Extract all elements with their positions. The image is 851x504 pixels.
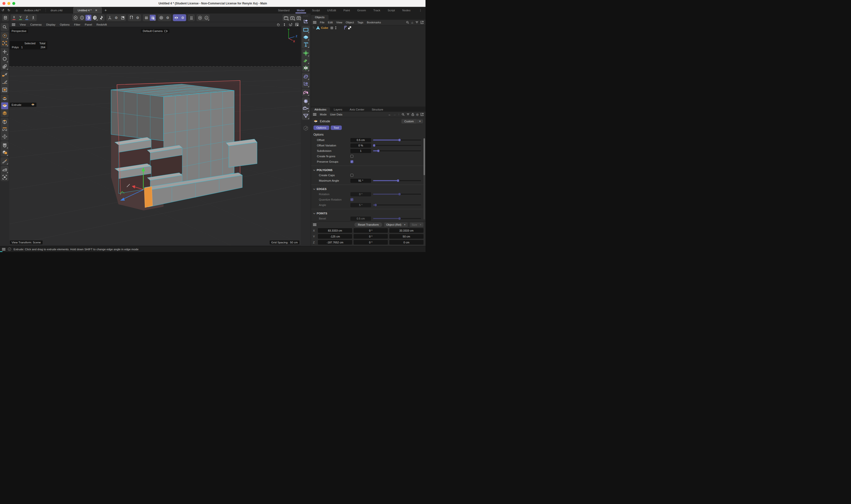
workplane-settings-gear-icon[interactable]: ⚙	[113, 15, 119, 21]
move-tool-icon[interactable]	[1, 48, 8, 55]
new-document-button[interactable]: ＋	[102, 7, 109, 14]
attributes-scrollbar[interactable]	[424, 138, 425, 219]
phong-tag-icon[interactable]	[344, 26, 347, 30]
undo-icon[interactable]: ↺	[0, 7, 6, 14]
tab-objects[interactable]: Objects	[311, 15, 329, 20]
view-label[interactable]: Perspective	[10, 29, 28, 33]
weight-tool-icon[interactable]	[1, 133, 8, 140]
live-selection-tool-icon[interactable]	[1, 32, 8, 39]
options-category-button[interactable]: Options	[314, 126, 329, 130]
viewport-menu-display[interactable]: Display	[46, 23, 55, 26]
z-position-field[interactable]: -187.7652 cm	[318, 240, 352, 245]
quantize-lock-icon[interactable]	[150, 15, 156, 21]
maximum-angle-slider[interactable]	[373, 180, 421, 181]
target-icon[interactable]: ◎	[416, 113, 419, 116]
status-menu-icon[interactable]	[2, 248, 5, 251]
coordinate-mode-dropdown[interactable]: Object (Rel)▼	[384, 222, 408, 227]
axis-modifier-icon[interactable]	[302, 80, 309, 87]
frame-selection-tool-icon[interactable]	[1, 40, 8, 47]
modeling-settings-icon[interactable]	[2, 15, 8, 21]
symmetry-settings-gear-icon[interactable]: ⚙	[180, 15, 186, 21]
axis-letter-icon[interactable]: A	[203, 15, 209, 21]
knife-tool-icon[interactable]	[1, 158, 8, 165]
viewport-menu-view[interactable]: View	[20, 23, 26, 26]
text-object-icon[interactable]	[302, 41, 309, 48]
pen-tool-icon[interactable]	[1, 72, 8, 78]
layout-tab-paint[interactable]: Paint	[343, 7, 350, 13]
orbit-icon[interactable]	[289, 23, 292, 26]
x-scale-field[interactable]: 33.3333 cm	[389, 228, 424, 233]
polygons-section-header[interactable]: POLYGONS	[311, 167, 425, 173]
edges-mode-icon[interactable]	[79, 15, 85, 21]
points-mode-icon[interactable]	[73, 15, 78, 21]
extrude-arrows-icon[interactable]	[188, 15, 194, 21]
inner-extrude-tool-icon[interactable]	[1, 119, 8, 125]
object-name[interactable]: Cube	[321, 26, 328, 29]
subdivision-value-field[interactable]: 1	[350, 149, 371, 153]
y-position-field[interactable]: -125 cm	[318, 234, 352, 239]
offset-variation-slider[interactable]	[373, 145, 421, 146]
layout-tab-track[interactable]: Track	[373, 7, 381, 13]
object-tree[interactable]: Cube	[311, 25, 425, 107]
workplane-icon[interactable]	[107, 15, 113, 21]
symmetry-object-icon[interactable]	[302, 89, 309, 96]
create-caps-checkbox[interactable]: ✓	[350, 174, 353, 177]
sky-environment-icon[interactable]	[302, 98, 309, 105]
object-row-cube[interactable]: Cube	[311, 25, 425, 30]
home-icon[interactable]: ⌂	[14, 7, 20, 14]
objects-filter-icon[interactable]	[415, 21, 418, 24]
viewport-menu-panel[interactable]: Panel	[85, 23, 92, 26]
tab-structure[interactable]: Structure	[368, 107, 387, 112]
doc-tab-untitled4[interactable]: Untitled 4 * ✕	[73, 7, 102, 14]
subdivision-slider[interactable]	[373, 150, 421, 151]
points-section-header[interactable]: POINTS	[311, 211, 425, 216]
objects-home-icon[interactable]: ⌂	[411, 21, 413, 24]
layout-tab-standard[interactable]: Standard	[278, 7, 290, 13]
magnify-tool-icon[interactable]	[1, 24, 8, 31]
tab-axis-center[interactable]: Axis Center	[346, 107, 368, 112]
rotate-tool-icon[interactable]	[1, 56, 8, 62]
y-scale-field[interactable]: 50 cm	[389, 234, 424, 239]
iron-tool-icon[interactable]	[1, 166, 8, 173]
viewport-menu-filter[interactable]: Filter	[74, 23, 81, 26]
rectangle-spline-tool-icon[interactable]	[1, 86, 8, 93]
history-back-icon[interactable]: ←	[388, 113, 391, 116]
quantize-grid-icon[interactable]	[143, 15, 149, 21]
attributes-menu-icon[interactable]	[313, 113, 316, 116]
null-object-icon[interactable]	[302, 18, 309, 25]
create-ngons-checkbox[interactable]: ✓	[350, 155, 353, 158]
parent-up-icon[interactable]: ↑	[398, 113, 400, 116]
size-dropdown[interactable]: Size▼	[410, 222, 424, 227]
z-rotation-field[interactable]: 0 °	[354, 240, 388, 245]
maximum-angle-value-field[interactable]: 91 °	[350, 179, 371, 183]
model-mode-icon[interactable]	[92, 15, 98, 21]
bridge-tool-icon[interactable]	[1, 126, 8, 133]
y-rotation-field[interactable]: 0 °	[354, 234, 388, 239]
layout-menu-icon[interactable]: ⋮	[419, 8, 422, 12]
attributes-menu-mode[interactable]: Mode	[320, 113, 327, 116]
cloner-icon[interactable]	[302, 65, 309, 71]
offset-value-field[interactable]: 0.5 cm	[350, 138, 371, 142]
doc-tab-dvdbox[interactable]: dvdbox.c4d *	[20, 7, 45, 14]
axis-center-icon[interactable]	[197, 15, 203, 21]
close-tab-icon[interactable]: ✕	[95, 8, 97, 12]
smooth-shift-tool-icon[interactable]	[1, 110, 8, 116]
lock-icon[interactable]	[411, 113, 414, 116]
doc-tab-drum[interactable]: drum.c4d	[46, 7, 67, 14]
history-forward-icon[interactable]: →	[393, 113, 396, 116]
scene-3d[interactable]: Perspective Default Camera SelectedTotal…	[10, 27, 301, 245]
cube-split-tool-icon[interactable]	[1, 149, 8, 156]
attributes-filter-icon[interactable]	[407, 113, 409, 116]
layout-tab-groom[interactable]: Groom	[357, 7, 367, 13]
offset-variation-value-field[interactable]: 0 %	[350, 143, 371, 148]
weld-tool-icon[interactable]	[1, 142, 8, 149]
reset-transform-button[interactable]: Reset Transform	[354, 222, 382, 227]
viewport-menu-cameras[interactable]: Cameras	[30, 23, 42, 26]
layout-tab-sculpt[interactable]: Sculpt	[312, 7, 320, 13]
viewport-menu-icon[interactable]	[12, 23, 15, 26]
palette-drag-handle[interactable]	[303, 15, 308, 17]
objects-detach-icon[interactable]	[421, 21, 424, 24]
y-axis-lock-button[interactable]: Y	[17, 15, 23, 21]
tab-layers[interactable]: Layers	[331, 107, 346, 112]
coordinates-menu-icon[interactable]	[313, 223, 316, 226]
